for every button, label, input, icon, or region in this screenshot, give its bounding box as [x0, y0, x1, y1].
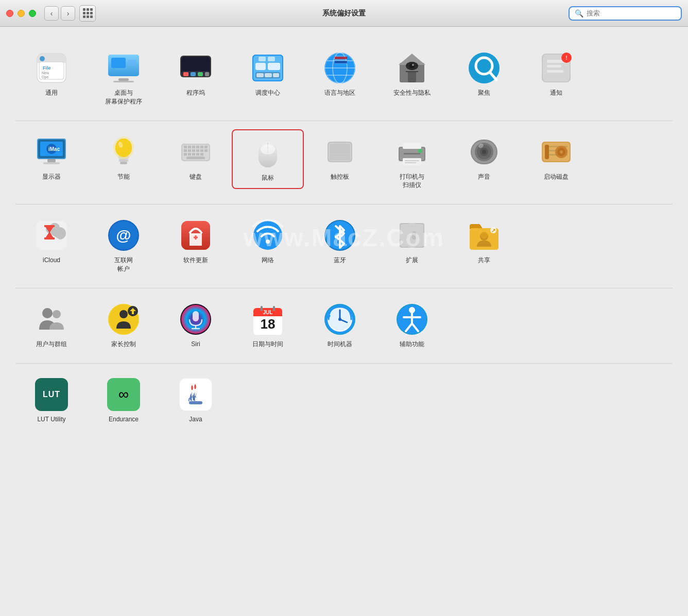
section-personal: File New Ope File New Ope 通用 — [15, 37, 673, 121]
icloud-label: iCloud — [43, 256, 60, 265]
svg-rect-86 — [204, 146, 208, 148]
icon-item-sharing[interactable]: ↗ 共享 — [448, 213, 520, 271]
java-label: Java — [189, 415, 202, 424]
icon-item-siri[interactable]: Siri — [160, 297, 232, 355]
icon-item-keyboard[interactable]: 键盘 — [160, 129, 232, 187]
icon-item-java[interactable]: Java — [160, 372, 232, 430]
svg-rect-27 — [255, 63, 266, 70]
svg-rect-114 — [404, 153, 420, 155]
icon-item-accessibility[interactable]: 辅助功能 — [376, 297, 448, 355]
svg-rect-150 — [412, 231, 416, 239]
svg-rect-87 — [184, 149, 187, 152]
icon-item-startup[interactable]: 启动磁盘 — [520, 129, 592, 187]
svg-rect-112 — [405, 162, 416, 163]
icon-item-mouse[interactable]: 鼠标 — [232, 129, 304, 190]
svg-rect-109 — [403, 143, 421, 149]
section-system: 用户与群组 — [15, 288, 673, 363]
keyboard-icon — [179, 135, 212, 168]
back-button[interactable]: ‹ — [44, 6, 59, 21]
sound-label: 声音 — [478, 173, 490, 181]
svg-rect-50 — [406, 71, 418, 72]
printer-icon — [395, 135, 428, 168]
svg-rect-22 — [191, 72, 196, 76]
icon-item-energy[interactable]: 节能 — [88, 129, 160, 187]
icon-item-dock[interactable]: 程序坞 — [160, 45, 232, 104]
maximize-button[interactable] — [29, 10, 36, 17]
general-label: 通用 — [45, 89, 58, 97]
svg-rect-96 — [196, 153, 199, 156]
icon-item-datetime[interactable]: JUL 18 日期与时间 — [232, 297, 304, 355]
icon-item-software[interactable]: 软件更新 — [160, 213, 232, 271]
close-button[interactable] — [6, 10, 13, 17]
desktop-label: 桌面与屏幕保护程序 — [105, 89, 142, 106]
language-label: 语言与地区 — [324, 89, 355, 97]
dock-icon — [179, 52, 212, 84]
icon-item-lut[interactable]: LUT LUT Utility — [15, 372, 88, 430]
icon-item-parental[interactable]: 家长控制 — [88, 297, 160, 355]
icon-item-extensions[interactable]: 扩展 — [376, 213, 448, 271]
svg-rect-98 — [186, 157, 205, 159]
svg-rect-83 — [192, 146, 195, 148]
security-label: 安全性与隐私 — [393, 89, 431, 97]
svg-rect-151 — [408, 244, 416, 248]
icon-item-notification[interactable]: ! 通知 — [520, 45, 592, 104]
icon-item-accounts[interactable]: @ 互联网帐户 — [88, 213, 160, 280]
icon-item-timemachine[interactable]: 时间机器 — [304, 297, 376, 355]
svg-rect-82 — [188, 146, 191, 148]
icon-item-endurance[interactable]: ∞ Endurance — [88, 372, 160, 430]
svg-point-160 — [53, 310, 61, 318]
icon-item-spotlight[interactable]: 聚焦 — [448, 45, 520, 104]
endurance-icon-img: ∞ — [107, 378, 140, 411]
network-icon — [251, 219, 284, 252]
trackpad-label: 触控板 — [331, 173, 349, 181]
icon-item-network[interactable]: 网络 — [232, 213, 304, 271]
svg-text:New: New — [42, 71, 49, 75]
icon-item-icloud[interactable]: iCloud — [15, 213, 88, 271]
spotlight-icon — [468, 52, 501, 84]
icon-item-users[interactable]: 用户与群组 — [15, 297, 88, 355]
forward-button[interactable]: › — [61, 6, 75, 21]
svg-point-144 — [266, 239, 270, 244]
icon-item-trackpad[interactable]: 触控板 — [304, 129, 376, 187]
timemachine-label: 时间机器 — [328, 340, 352, 349]
svg-rect-91 — [200, 149, 203, 152]
icon-item-display[interactable]: iMac 显示器 — [15, 129, 88, 187]
language-icon — [323, 52, 356, 84]
minimize-button[interactable] — [18, 10, 25, 17]
svg-text:Ope: Ope — [42, 75, 48, 79]
icon-item-security[interactable]: 安全性与隐私 — [376, 45, 448, 104]
svg-rect-131 — [545, 145, 549, 159]
sharing-icon: ↗ — [468, 219, 501, 252]
software-icon — [179, 219, 212, 252]
notification-label: 通知 — [550, 89, 562, 97]
startup-icon — [540, 135, 573, 168]
icon-item-mission[interactable]: 调度中心 — [232, 45, 304, 104]
grid-view-button[interactable] — [79, 5, 96, 22]
datetime-icon: JUL 18 — [251, 303, 284, 336]
svg-rect-34 — [273, 73, 279, 77]
svg-rect-16 — [118, 78, 129, 81]
svg-rect-30 — [268, 57, 275, 61]
icon-item-desktop[interactable]: 桌面与屏幕保护程序 — [88, 45, 160, 112]
icons-grid-2: iMac 显示器 — [15, 129, 673, 196]
svg-rect-84 — [196, 146, 199, 148]
search-input[interactable] — [587, 9, 676, 17]
icon-item-language[interactable]: 语言与地区 — [304, 45, 376, 104]
icons-grid-1: File New Ope File New Ope 通用 — [15, 45, 673, 112]
svg-text:18: 18 — [261, 316, 276, 332]
lut-label: LUT Utility — [37, 415, 65, 424]
icon-item-general[interactable]: File New Ope File New Ope 通用 — [15, 45, 88, 104]
siri-icon — [179, 303, 212, 336]
svg-rect-176 — [273, 306, 275, 311]
icon-item-printer[interactable]: 打印机与扫描仪 — [376, 129, 448, 196]
svg-rect-15 — [128, 60, 136, 66]
svg-text:↗: ↗ — [491, 228, 495, 233]
svg-rect-61 — [547, 70, 563, 73]
energy-icon — [107, 135, 140, 168]
security-icon — [395, 52, 428, 84]
icon-item-bluetooth[interactable]: 蓝牙 — [304, 213, 376, 271]
icon-item-sound[interactable]: 声音 — [448, 129, 520, 187]
search-box: 🔍 — [569, 6, 682, 21]
window-title: 系统偏好设置 — [322, 9, 366, 18]
svg-rect-135 — [44, 237, 55, 239]
